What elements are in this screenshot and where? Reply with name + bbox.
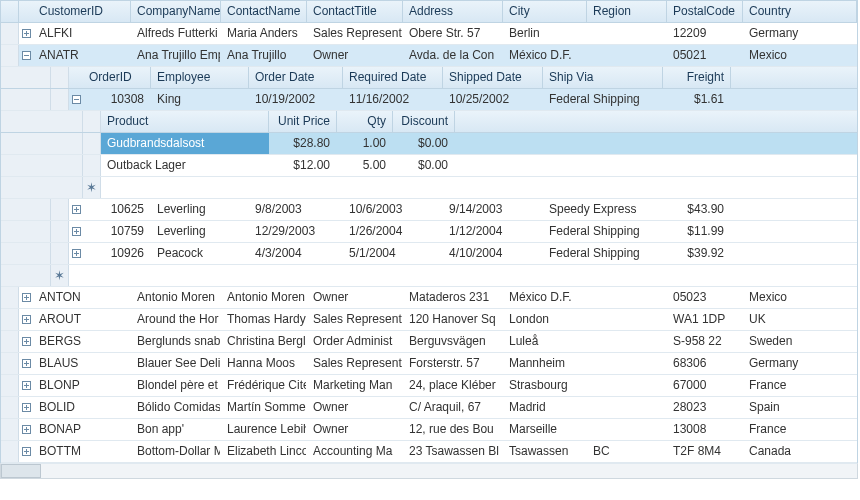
orderline-row[interactable]: Outback Lager $12.00 5.00 $0.00: [1, 155, 857, 177]
col-companyname[interactable]: CompanyName: [131, 1, 221, 22]
cell-city: Strasbourg: [503, 375, 587, 396]
scrollbar-thumb[interactable]: [1, 464, 41, 478]
col-orderdate[interactable]: Order Date: [249, 67, 343, 88]
cell-freight: $39.92: [663, 243, 731, 264]
customer-row-selected[interactable]: ANATR Ana Trujillo Emp Ana Trujillo Owne…: [1, 45, 857, 67]
expand-toggle[interactable]: [69, 89, 83, 110]
col-customerid[interactable]: CustomerID: [33, 1, 131, 22]
col-qty[interactable]: Qty: [337, 111, 393, 132]
expand-toggle[interactable]: [69, 221, 83, 242]
customer-row[interactable]: BOLIDBólido ComidasMartín SommerOwnerC/ …: [1, 397, 857, 419]
order-row[interactable]: 10926 Peacock 4/3/2004 5/1/2004 4/10/200…: [1, 243, 857, 265]
customer-row[interactable]: ANTONAntonio MorenAntonio MorenOwnerMata…: [1, 287, 857, 309]
order-row-selected[interactable]: 10308 King 10/19/2002 11/16/2002 10/25/2…: [1, 89, 857, 111]
expand-toggle[interactable]: [19, 419, 33, 440]
cell-orderid: 10625: [83, 199, 151, 220]
expand-toggle[interactable]: [19, 397, 33, 418]
cell-contactname: Thomas Hardy: [221, 309, 307, 330]
expand-toggle[interactable]: [19, 309, 33, 330]
col-product[interactable]: Product: [101, 111, 269, 132]
cell-address: 23 Tsawassen Bl: [403, 441, 503, 462]
cell-orderid: 10926: [83, 243, 151, 264]
cell-country: Canada: [743, 441, 857, 462]
col-contacttitle[interactable]: ContactTitle: [307, 1, 403, 22]
col-region[interactable]: Region: [587, 1, 667, 22]
cell-qty: [337, 177, 393, 198]
orderline-new-row[interactable]: ✶: [1, 177, 857, 199]
col-freight[interactable]: Freight: [663, 67, 731, 88]
cell-customerid: BOTTM: [33, 441, 131, 462]
customer-row[interactable]: BLONPBlondel père etFrédérique CiteMarke…: [1, 375, 857, 397]
cell-unitprice: $28.80: [269, 133, 337, 154]
new-row-icon: ✶: [86, 181, 97, 194]
row-indicator-new: ✶: [51, 265, 69, 286]
cell-companyname: Bottom-Dollar M: [131, 441, 221, 462]
cell-customerid: BERGS: [33, 331, 131, 352]
cell-shippeddate: 9/14/2003: [443, 199, 543, 220]
minus-icon: [22, 51, 31, 60]
cell-region: [587, 309, 667, 330]
order-new-row[interactable]: ✶: [1, 265, 857, 287]
cell-requireddate: 10/6/2003: [343, 199, 443, 220]
customer-row[interactable]: AROUTAround the HorThomas HardySales Rep…: [1, 309, 857, 331]
cell-city: México D.F.: [503, 287, 587, 308]
plus-icon: [22, 447, 31, 456]
cell-employee: Peacock: [151, 243, 249, 264]
customer-row[interactable]: BONAPBon app'Laurence LebihaOwner12, rue…: [1, 419, 857, 441]
customer-row[interactable]: BOTTMBottom-Dollar MElizabeth LincolAcco…: [1, 441, 857, 463]
expand-toggle[interactable]: [19, 23, 33, 44]
col-city[interactable]: City: [503, 1, 587, 22]
horizontal-scrollbar[interactable]: [0, 463, 858, 479]
row-indicator-header: [1, 1, 19, 22]
cell-region: [587, 23, 667, 44]
expand-toggle[interactable]: [69, 199, 83, 220]
col-shipvia[interactable]: Ship Via: [543, 67, 663, 88]
cell-address: Avda. de la Con: [403, 45, 503, 66]
expand-toggle[interactable]: [19, 353, 33, 374]
expand-toggle[interactable]: [19, 45, 33, 66]
order-row[interactable]: 10759 Leverling 12/29/2003 1/26/2004 1/1…: [1, 221, 857, 243]
col-country[interactable]: Country: [743, 1, 857, 22]
cell-companyname: Berglunds snab: [131, 331, 221, 352]
cell-discount: [393, 177, 455, 198]
col-orderid[interactable]: OrderID: [83, 67, 151, 88]
orderline-row-selected[interactable]: Gudbrandsdalsost $28.80 1.00 $0.00: [1, 133, 857, 155]
expand-toggle[interactable]: [19, 287, 33, 308]
expand-header: [19, 1, 33, 22]
cell-postalcode: 68306: [667, 353, 743, 374]
expand-toggle[interactable]: [69, 243, 83, 264]
col-contactname[interactable]: ContactName: [221, 1, 307, 22]
col-address[interactable]: Address: [403, 1, 503, 22]
row-indicator: [1, 45, 19, 66]
col-shippeddate[interactable]: Shipped Date: [443, 67, 543, 88]
col-unitprice[interactable]: Unit Price: [269, 111, 337, 132]
col-postalcode[interactable]: PostalCode: [667, 1, 743, 22]
expand-header: [69, 265, 83, 286]
plus-icon: [22, 29, 31, 38]
row-indicator-new: ✶: [83, 177, 101, 198]
row-indicator: [1, 397, 19, 418]
cell-shippeddate: 10/25/2002: [443, 89, 543, 110]
indent: [1, 133, 83, 154]
cell-product: Gudbrandsdalsost: [101, 133, 269, 154]
col-employee[interactable]: Employee: [151, 67, 249, 88]
expand-toggle[interactable]: [19, 331, 33, 352]
customer-row[interactable]: BLAUSBlauer See DelikHanna MoosSales Rep…: [1, 353, 857, 375]
indent: [1, 199, 51, 220]
cell-contactname: Elizabeth Lincol: [221, 441, 307, 462]
col-requireddate[interactable]: Required Date: [343, 67, 443, 88]
row-indicator: [1, 441, 19, 462]
expand-toggle[interactable]: [19, 375, 33, 396]
col-discount[interactable]: Discount: [393, 111, 455, 132]
customers-grid[interactable]: CustomerID CompanyName ContactName Conta…: [0, 0, 858, 463]
order-row[interactable]: 10625 Leverling 9/8/2003 10/6/2003 9/14/…: [1, 199, 857, 221]
row-indicator: [51, 243, 69, 264]
customer-row[interactable]: ALFKI Alfreds Futterki Maria Anders Sale…: [1, 23, 857, 45]
cell-discount: $0.00: [393, 155, 455, 176]
indent: [1, 243, 51, 264]
cell-contacttitle: Sales Represent: [307, 353, 403, 374]
cell-postalcode: 12209: [667, 23, 743, 44]
cell-region: [587, 331, 667, 352]
expand-toggle[interactable]: [19, 441, 33, 462]
customer-row[interactable]: BERGSBerglunds snabChristina BergluOrder…: [1, 331, 857, 353]
